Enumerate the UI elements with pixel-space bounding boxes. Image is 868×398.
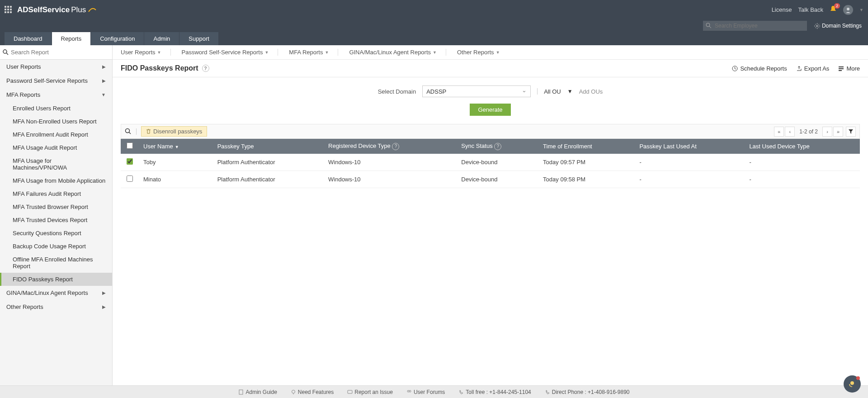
tab-reports[interactable]: Reports: [52, 32, 91, 45]
cell-time: Today 09:58 PM: [538, 171, 635, 188]
domain-value: ADSSP: [426, 88, 446, 95]
search-report-input[interactable]: [9, 47, 109, 57]
subnav-gina-reports[interactable]: GINA/Mac/Linux Agent Reports ▼: [349, 49, 446, 56]
page-next-button[interactable]: ›: [822, 127, 832, 137]
gear-icon: [814, 23, 820, 29]
sidebar-mfa-child[interactable]: MFA Failures Audit Report: [0, 187, 112, 200]
page-title: FIDO Passkeys Report ?: [121, 64, 209, 72]
sidebar-item-label: Other Reports: [6, 303, 43, 310]
cell-lastdev: -: [745, 171, 860, 188]
sidebar-mfa-child[interactable]: MFA Non-Enrolled Users Report: [0, 115, 112, 128]
sidebar-pss-reports[interactable]: Password Self-Service Reports▶: [0, 74, 112, 88]
subnav-pss-reports[interactable]: Password Self-Service Reports ▼: [182, 49, 278, 56]
col-passkey-type[interactable]: Passkey Type: [213, 139, 324, 154]
sidebar-mfa-child[interactable]: FIDO Passkeys Report: [0, 273, 112, 286]
generate-button[interactable]: Generate: [470, 104, 510, 116]
sidebar-mfa-child[interactable]: Backup Code Usage Report: [0, 240, 112, 253]
sidebar-mfa-child[interactable]: Security Questions Report: [0, 227, 112, 240]
col-device-type[interactable]: Registered Device Type ?: [324, 139, 457, 154]
col-last-used[interactable]: Passkey Last Used At: [635, 139, 745, 154]
subnav-user-reports[interactable]: User Reports ▼: [121, 49, 171, 56]
sidebar-mfa-child[interactable]: MFA Usage from Mobile Application: [0, 174, 112, 187]
sidebar-item-label: Password Self-Service Reports: [6, 77, 88, 84]
chevron-right-icon: ▶: [102, 64, 106, 69]
svg-rect-9: [839, 70, 842, 71]
table-row: Toby Platform Authenticator Windows-10 D…: [121, 154, 860, 171]
subnav-other-reports[interactable]: Other Reports ▼: [457, 49, 509, 56]
talkback-link[interactable]: Talk Back: [798, 6, 823, 13]
more-button[interactable]: More: [838, 65, 860, 72]
svg-point-3: [816, 25, 818, 27]
svg-point-1: [706, 23, 710, 27]
svg-point-0: [847, 8, 849, 10]
tab-configuration[interactable]: Configuration: [91, 32, 144, 45]
chevron-right-icon: ▶: [102, 304, 106, 309]
user-menu-caret-icon[interactable]: ▼: [859, 8, 863, 12]
chevron-down-icon: ▼: [101, 92, 106, 97]
chevron-right-icon: ▶: [102, 78, 106, 83]
schedule-reports-button[interactable]: Schedule Reports: [732, 65, 787, 72]
col-last-device[interactable]: Last Used Device Type: [745, 139, 860, 154]
disenroll-passkeys-button[interactable]: Disenroll passkeys: [141, 126, 207, 137]
sidebar-mfa-child[interactable]: MFA Trusted Browser Report: [0, 200, 112, 213]
clock-icon: [732, 66, 738, 71]
page-prev-button[interactable]: ‹: [785, 127, 795, 137]
cell-device: Windows-10: [324, 171, 457, 188]
row-checkbox[interactable]: [127, 158, 133, 165]
cell-sync: Device-bound: [457, 154, 538, 171]
more-icon: [838, 66, 844, 71]
help-icon[interactable]: ?: [202, 65, 209, 72]
col-enroll-time[interactable]: Time of Enrollment: [538, 139, 635, 154]
sidebar-other-reports[interactable]: Other Reports▶: [0, 300, 112, 314]
subnav-mfa-reports[interactable]: MFA Reports ▼: [289, 49, 338, 56]
sidebar-mfa-child[interactable]: MFA Usage for Machines/VPN/OWA: [0, 154, 112, 174]
table-row: Minato Platform Authenticator Windows-10…: [121, 171, 860, 188]
cell-user: Toby: [139, 154, 213, 171]
svg-line-5: [6, 53, 8, 55]
license-link[interactable]: License: [772, 6, 792, 13]
help-icon[interactable]: ?: [494, 143, 501, 150]
search-employee-input[interactable]: [703, 21, 807, 31]
user-menu-icon[interactable]: [843, 5, 853, 15]
col-sync-status[interactable]: Sync Status ?: [457, 139, 538, 154]
sidebar-mfa-child[interactable]: Enrolled Users Report: [0, 102, 112, 115]
col-username[interactable]: User Name▼: [139, 139, 213, 154]
sidebar-gina-reports[interactable]: GINA/Mac/Linux Agent Reports▶: [0, 286, 112, 300]
filter-button[interactable]: [846, 127, 856, 137]
domain-select[interactable]: ADSSP: [422, 85, 531, 97]
add-ous-link[interactable]: Add OUs: [579, 88, 603, 95]
cell-lastdev: -: [745, 154, 860, 171]
row-checkbox[interactable]: [127, 175, 133, 182]
tab-admin[interactable]: Admin: [144, 32, 179, 45]
app-name: ADSelfService: [17, 5, 70, 14]
funnel-icon[interactable]: ▼: [567, 88, 573, 95]
tab-support[interactable]: Support: [179, 32, 218, 45]
trash-icon: [146, 129, 151, 134]
export-as-button[interactable]: Export As: [796, 65, 830, 72]
page-last-button[interactable]: »: [833, 127, 843, 137]
headset-icon: [848, 379, 857, 386]
sidebar-user-reports[interactable]: User Reports▶: [0, 60, 112, 74]
sidebar-mfa-child[interactable]: MFA Usage Audit Report: [0, 141, 112, 154]
page-first-button[interactable]: «: [774, 127, 784, 137]
search-icon[interactable]: [125, 128, 132, 135]
select-domain-label: Select Domain: [378, 88, 416, 95]
svg-point-4: [3, 50, 7, 53]
sidebar-mfa-reports[interactable]: MFA Reports▼: [0, 88, 112, 102]
tab-dashboard[interactable]: Dashboard: [5, 32, 52, 45]
sort-desc-icon: ▼: [175, 145, 179, 149]
sidebar: User Reports▶ Password Self-Service Repo…: [0, 45, 113, 386]
sidebar-item-label: User Reports: [6, 63, 41, 70]
help-icon[interactable]: ?: [392, 143, 399, 150]
sidebar-mfa-child[interactable]: MFA Enrollment Audit Report: [0, 128, 112, 141]
notification-bell-icon[interactable]: 2: [830, 5, 837, 14]
domain-settings-button[interactable]: Domain Settings: [811, 23, 864, 29]
export-icon: [796, 66, 802, 71]
select-all-checkbox[interactable]: [127, 142, 133, 149]
sidebar-mfa-child[interactable]: MFA Trusted Devices Report: [0, 213, 112, 227]
sidebar-mfa-child[interactable]: Offline MFA Enrolled Machines Report: [0, 253, 112, 273]
report-table: User Name▼ Passkey Type Registered Devic…: [121, 139, 860, 188]
apps-grid-icon[interactable]: [5, 6, 13, 14]
footer: Admin Guide Need Features Report an Issu…: [0, 385, 868, 386]
filter-icon: [848, 129, 854, 134]
